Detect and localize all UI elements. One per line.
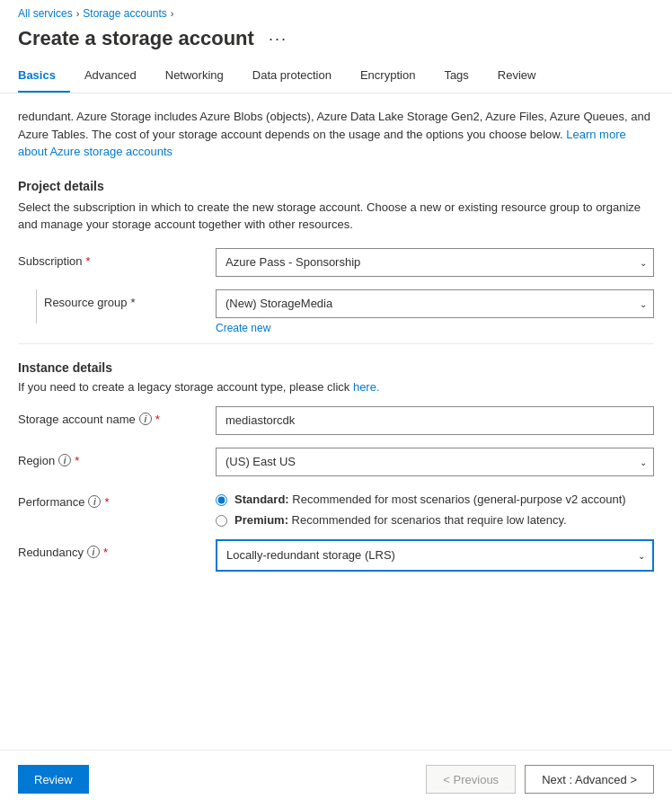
region-select-wrapper: (US) East US West US West Europe ⌄: [216, 448, 654, 476]
next-button[interactable]: Next : Advanced >: [525, 765, 654, 794]
tab-tags[interactable]: Tags: [429, 61, 482, 93]
storage-name-control: [216, 406, 654, 435]
subscription-row: Subscription * Azure Pass - Sponsorship …: [18, 248, 654, 277]
legacy-link[interactable]: here.: [353, 380, 380, 394]
ellipsis-button[interactable]: ···: [263, 28, 293, 50]
storage-name-required: *: [155, 413, 160, 426]
review-button[interactable]: Review: [18, 765, 89, 794]
storage-name-input[interactable]: [216, 406, 654, 435]
project-details-title: Project details: [18, 179, 654, 193]
performance-standard-option[interactable]: Standard: Recommended for most scenarios…: [216, 493, 654, 506]
performance-row: Performance i * Standard: Recommended fo…: [18, 489, 654, 527]
legacy-text: If you need to create a legacy storage a…: [18, 380, 654, 394]
redundancy-label: Redundancy i *: [18, 539, 216, 559]
subscription-select[interactable]: Azure Pass - Sponsorship: [216, 248, 654, 277]
redundancy-control: Locally-redundant storage (LRS) Zone-red…: [216, 539, 654, 572]
section-divider-1: [18, 343, 654, 344]
page-title: Create a storage account: [18, 27, 254, 50]
performance-standard-label: Standard: Recommended for most scenarios…: [234, 493, 626, 506]
content-spacer: [0, 674, 672, 750]
intro-text: redundant. Azure Storage includes Azure …: [18, 108, 654, 161]
storage-name-label: Storage account name i *: [18, 406, 216, 426]
resource-group-control: (New) StorageMedia ⌄ Create new: [216, 289, 654, 334]
performance-radio-group: Standard: Recommended for most scenarios…: [216, 489, 654, 527]
performance-label: Performance i *: [18, 489, 216, 509]
storage-name-row: Storage account name i *: [18, 406, 654, 435]
tab-advanced[interactable]: Advanced: [70, 61, 151, 93]
tab-basics[interactable]: Basics: [18, 61, 70, 93]
performance-premium-option[interactable]: Premium: Recommended for scenarios that …: [216, 513, 654, 527]
redundancy-select-wrapper: Locally-redundant storage (LRS) Zone-red…: [216, 539, 654, 572]
tab-networking[interactable]: Networking: [151, 61, 238, 93]
redundancy-info-icon[interactable]: i: [87, 546, 100, 558]
subscription-required: *: [86, 254, 91, 268]
rg-required: *: [131, 296, 136, 309]
region-control: (US) East US West US West Europe ⌄: [216, 448, 654, 476]
breadcrumb: All services › Storage accounts ›: [0, 0, 672, 23]
performance-control: Standard: Recommended for most scenarios…: [216, 489, 654, 527]
tab-review[interactable]: Review: [483, 61, 551, 93]
tab-bar: Basics Advanced Networking Data protecti…: [0, 61, 672, 93]
resource-group-select[interactable]: (New) StorageMedia: [216, 289, 654, 318]
breadcrumb-storage-accounts[interactable]: Storage accounts: [83, 7, 166, 20]
region-select[interactable]: (US) East US West US West Europe: [216, 448, 654, 476]
rg-indent-line: [36, 289, 37, 324]
page-title-row: Create a storage account ···: [0, 23, 672, 61]
performance-premium-radio[interactable]: [216, 515, 227, 527]
redundancy-row: Redundancy i * Locally-redundant storage…: [18, 539, 654, 572]
resource-group-row: Resource group * (New) StorageMedia ⌄ Cr…: [18, 289, 654, 334]
instance-details-title: Instance details: [18, 360, 654, 375]
footer: Review < Previous Next : Advanced >: [0, 750, 672, 808]
region-row: Region i * (US) East US West US West Eur…: [18, 448, 654, 476]
tab-encryption[interactable]: Encryption: [346, 61, 429, 93]
resource-group-select-wrapper: (New) StorageMedia ⌄: [216, 289, 654, 318]
breadcrumb-chevron-1: ›: [76, 8, 80, 19]
performance-required: *: [104, 495, 109, 509]
performance-standard-radio[interactable]: [216, 494, 227, 506]
subscription-label: Subscription *: [18, 248, 216, 268]
redundancy-required: *: [103, 546, 108, 559]
performance-info-icon[interactable]: i: [88, 495, 101, 508]
storage-name-info-icon[interactable]: i: [139, 413, 152, 425]
project-details-desc: Select the subscription in which to crea…: [18, 199, 654, 234]
subscription-select-wrapper: Azure Pass - Sponsorship ⌄: [216, 248, 654, 277]
region-label: Region i *: [18, 448, 216, 467]
create-new-link[interactable]: Create new: [216, 322, 270, 334]
subscription-control: Azure Pass - Sponsorship ⌄: [216, 248, 654, 277]
resource-group-label: Resource group *: [44, 289, 136, 309]
performance-premium-label: Premium: Recommended for scenarios that …: [234, 513, 567, 527]
tab-data-protection[interactable]: Data protection: [238, 61, 346, 93]
region-required: *: [75, 454, 79, 467]
previous-button[interactable]: < Previous: [426, 765, 516, 794]
project-details-section: Project details Select the subscription …: [18, 179, 654, 334]
breadcrumb-chevron-2: ›: [171, 8, 174, 19]
instance-details-section: Instance details If you need to create a…: [18, 360, 654, 572]
redundancy-select[interactable]: Locally-redundant storage (LRS) Zone-red…: [217, 541, 652, 570]
rg-indent: Resource group *: [18, 289, 216, 324]
main-content: redundant. Azure Storage includes Azure …: [0, 93, 672, 674]
breadcrumb-all-services[interactable]: All services: [18, 7, 73, 20]
region-info-icon[interactable]: i: [58, 454, 71, 466]
